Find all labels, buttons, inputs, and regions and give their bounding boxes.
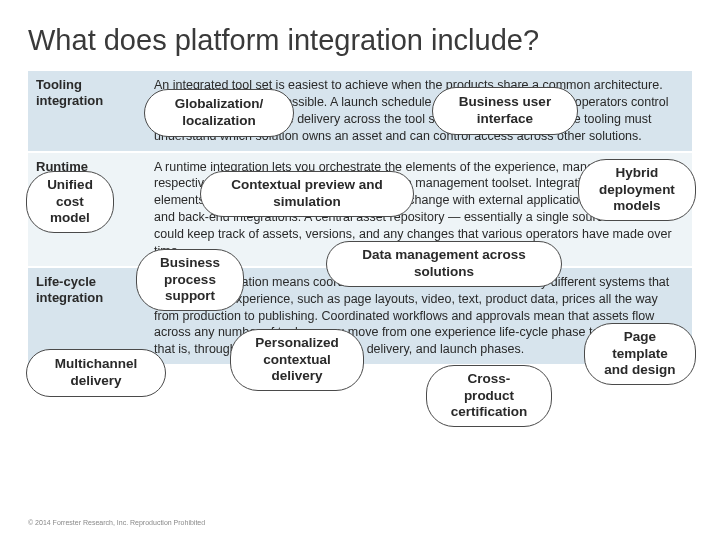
- table-row: Tooling integration An integrated tool s…: [28, 71, 692, 153]
- bubble-globalization: Globalization/localization: [144, 89, 294, 137]
- integration-table: Tooling integration An integrated tool s…: [28, 71, 692, 366]
- bubble-data-management: Data management acrosssolutions: [326, 241, 562, 287]
- bubble-cross-product-certification: Cross-productcertification: [426, 365, 552, 427]
- slide: What does platform integration include? …: [0, 0, 720, 540]
- copyright-footer: © 2014 Forrester Research, Inc. Reproduc…: [28, 519, 205, 526]
- bubble-hybrid-deployment: Hybriddeploymentmodels: [578, 159, 696, 221]
- row-label-tooling: Tooling integration: [28, 71, 146, 151]
- bubble-multichannel-delivery: Multichanneldelivery: [26, 349, 166, 397]
- page-title: What does platform integration include?: [28, 24, 692, 57]
- bubble-personalized-delivery: Personalizedcontextualdelivery: [230, 329, 364, 391]
- content-area: Tooling integration An integrated tool s…: [28, 71, 692, 451]
- bubble-business-user-interface: Business userinterface: [432, 87, 578, 135]
- bubble-contextual-preview: Contextual preview andsimulation: [200, 171, 414, 217]
- bubble-page-template: Pagetemplateand design: [584, 323, 696, 385]
- bubble-unified-cost-model: Unifiedcostmodel: [26, 171, 114, 233]
- bubble-business-process: Businessprocesssupport: [136, 249, 244, 311]
